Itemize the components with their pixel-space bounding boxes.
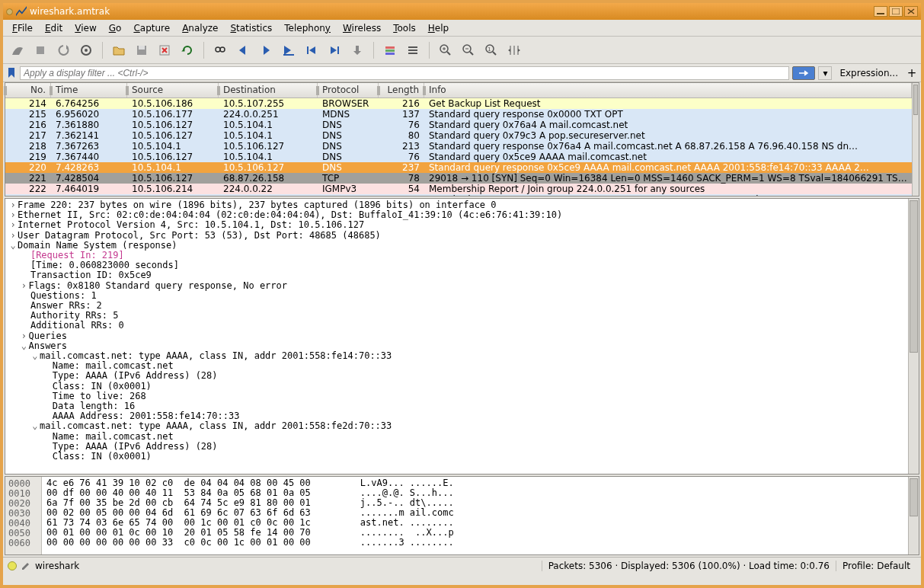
- close-button[interactable]: [904, 6, 918, 17]
- status-profile[interactable]: Profile: Default: [836, 561, 916, 571]
- packet-list-header[interactable]: No. Time Source Destination Protocol Len…: [5, 83, 912, 98]
- close-file-icon[interactable]: [155, 40, 174, 60]
- menu-go[interactable]: Go: [104, 21, 126, 35]
- col-proto[interactable]: Protocol: [318, 83, 379, 97]
- goto-packet-icon[interactable]: [279, 40, 299, 60]
- stop-capture-icon[interactable]: [30, 40, 50, 60]
- zoom-out-icon[interactable]: [459, 40, 478, 60]
- svg-point-12: [216, 47, 220, 52]
- status-packets: Packets: 5306 · Displayed: 5306 (100.0%)…: [542, 561, 836, 571]
- status-bar: wireshark Packets: 5306 · Displayed: 530…: [3, 557, 921, 574]
- menu-wireless[interactable]: Wireless: [338, 21, 385, 35]
- hex-scrollbar[interactable]: [908, 477, 919, 554]
- packet-list-pane: No. Time Source Destination Protocol Len…: [5, 82, 919, 197]
- edit-note-icon[interactable]: [21, 561, 30, 570]
- menu-capture[interactable]: Capture: [129, 21, 174, 35]
- table-row[interactable]: 2187.36726310.5.104.110.5.106.127DNS213S…: [5, 141, 912, 152]
- menu-edit[interactable]: Edit: [40, 21, 67, 35]
- details-scrollbar[interactable]: [908, 199, 919, 474]
- menu-help[interactable]: Help: [424, 21, 453, 35]
- colorize-icon[interactable]: [380, 40, 400, 60]
- packet-details-pane[interactable]: ›Frame 220: 237 bytes on wire (1896 bits…: [5, 198, 919, 475]
- table-row[interactable]: 2227.46401910.5.106.214224.0.0.22IGMPv35…: [5, 184, 912, 194]
- filter-add-button[interactable]: +: [906, 66, 918, 80]
- svg-point-6: [85, 49, 88, 52]
- window-title: wireshark.amtrak: [30, 6, 110, 17]
- zoom-reset-icon[interactable]: 1: [481, 40, 501, 60]
- svg-rect-0: [877, 13, 884, 14]
- toolbar: 1: [3, 37, 921, 64]
- svg-rect-22: [408, 50, 417, 51]
- menu-tools[interactable]: Tools: [388, 21, 420, 35]
- menu-telephony[interactable]: Telephony: [280, 21, 335, 35]
- menu-view[interactable]: View: [70, 21, 101, 35]
- packet-list-scrollbar[interactable]: [912, 83, 919, 196]
- app-window: wireshark.amtrak FFileFile Edit View Go …: [0, 0, 924, 588]
- find-icon[interactable]: [210, 40, 230, 60]
- expert-info-icon[interactable]: [8, 561, 17, 570]
- svg-rect-18: [385, 46, 395, 49]
- col-info[interactable]: Info: [424, 83, 912, 97]
- svg-rect-15: [283, 54, 294, 56]
- svg-rect-20: [385, 53, 395, 55]
- col-source[interactable]: Source: [127, 83, 219, 97]
- packet-list-icon[interactable]: [403, 40, 423, 60]
- svg-rect-23: [408, 53, 417, 54]
- menu-analyze[interactable]: Analyze: [177, 21, 222, 35]
- resize-columns-icon[interactable]: [504, 40, 524, 60]
- svg-rect-16: [307, 46, 309, 54]
- open-file-icon[interactable]: [109, 40, 129, 60]
- filter-bookmark-icon[interactable]: [6, 68, 17, 78]
- col-no[interactable]: No.: [5, 83, 51, 97]
- display-filter-bar: ▾ Expression... +: [3, 64, 921, 82]
- svg-rect-17: [337, 46, 339, 54]
- restart-capture-icon[interactable]: [53, 40, 73, 60]
- table-row[interactable]: 2237.50701910.5.104.110.5.106.127DNS225S…: [5, 194, 912, 196]
- titlebar: wireshark.amtrak: [3, 3, 921, 20]
- capture-options-icon[interactable]: [76, 40, 96, 60]
- goto-last-icon[interactable]: [325, 40, 344, 60]
- menubar: FFileFile Edit View Go Capture Analyze S…: [3, 20, 921, 37]
- display-filter-input[interactable]: [20, 66, 789, 80]
- filter-apply-button[interactable]: [792, 66, 815, 80]
- packet-list-rows[interactable]: 2146.76425610.5.106.18610.5.107.255BROWS…: [5, 98, 912, 196]
- svg-rect-4: [37, 46, 44, 54]
- table-row[interactable]: 2146.76425610.5.106.18610.5.107.255BROWS…: [5, 98, 912, 109]
- svg-text:1: 1: [488, 46, 491, 53]
- autoscroll-icon[interactable]: [347, 40, 367, 60]
- go-forward-icon[interactable]: [256, 40, 276, 60]
- save-file-icon[interactable]: [132, 40, 152, 60]
- svg-line-29: [470, 52, 473, 55]
- menu-file[interactable]: FFileFile: [8, 21, 37, 35]
- svg-point-13: [220, 47, 225, 52]
- table-row[interactable]: 2156.95602010.5.106.177224.0.0.251MDNS13…: [5, 109, 912, 120]
- hex-bytes[interactable]: 4c e6 76 41 39 10 02 c0 de 04 04 04 08 0…: [42, 477, 908, 554]
- titlebar-dot-icon: [6, 8, 13, 15]
- table-row[interactable]: 2197.36744010.5.106.12710.5.104.1DNS76St…: [5, 152, 912, 162]
- minimize-button[interactable]: [874, 6, 887, 17]
- maximize-button[interactable]: [889, 6, 903, 17]
- table-row[interactable]: 2217.42850410.5.106.12768.87.26.158TCP78…: [5, 173, 912, 184]
- col-dest[interactable]: Destination: [219, 83, 318, 97]
- goto-first-icon[interactable]: [302, 40, 321, 60]
- shark-fin-icon[interactable]: [8, 40, 27, 60]
- packet-bytes-pane[interactable]: 0000001000200030004000500060 4c e6 76 41…: [5, 476, 919, 555]
- col-time[interactable]: Time: [51, 83, 127, 97]
- col-length[interactable]: Length: [379, 83, 424, 97]
- table-row[interactable]: 2207.42826310.5.104.110.5.106.127DNS237S…: [5, 162, 912, 173]
- svg-rect-19: [385, 50, 395, 52]
- zoom-in-icon[interactable]: [436, 40, 456, 60]
- menu-statistics[interactable]: Statistics: [225, 21, 277, 35]
- status-file: wireshark: [35, 561, 79, 571]
- reload-icon[interactable]: [177, 40, 197, 60]
- table-row[interactable]: 2177.36214110.5.106.12710.5.104.1DNS80St…: [5, 130, 912, 141]
- go-back-icon[interactable]: [233, 40, 253, 60]
- expression-button[interactable]: Expression...: [835, 68, 903, 78]
- svg-line-25: [447, 52, 450, 55]
- svg-line-32: [493, 52, 496, 55]
- packet-details-tree[interactable]: ›Frame 220: 237 bytes on wire (1896 bits…: [5, 199, 908, 474]
- svg-rect-1: [892, 8, 900, 14]
- filter-recent-button[interactable]: ▾: [818, 66, 832, 80]
- hex-offsets: 0000001000200030004000500060: [5, 477, 42, 554]
- table-row[interactable]: 2167.36188010.5.106.12710.5.104.1DNS76St…: [5, 120, 912, 130]
